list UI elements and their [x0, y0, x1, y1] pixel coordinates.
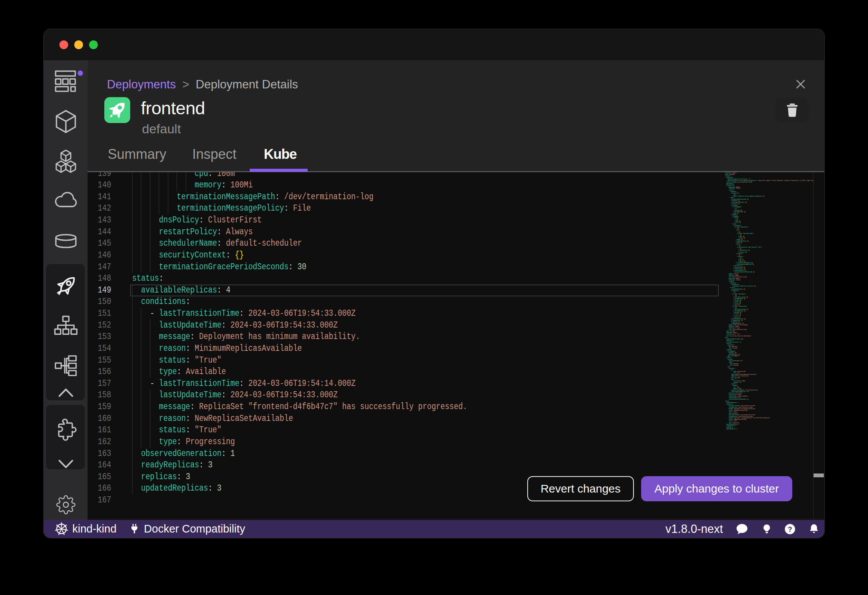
svg-text:?: ?	[788, 525, 792, 533]
